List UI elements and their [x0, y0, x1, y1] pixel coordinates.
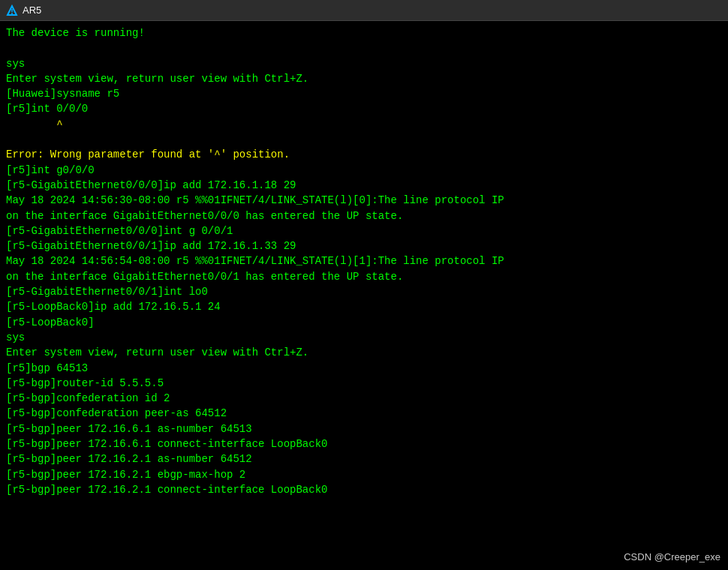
terminal-output: The device is running! sys Enter system … [6, 26, 722, 497]
title-bar: AR5 [0, 0, 728, 21]
terminal[interactable]: The device is running! sys Enter system … [0, 21, 728, 570]
title-bar-text: AR5 [23, 4, 41, 16]
svg-point-2 [11, 13, 13, 14]
watermark: CSDN @Creeper_exe [624, 551, 720, 562]
title-bar-icon [6, 4, 18, 16]
